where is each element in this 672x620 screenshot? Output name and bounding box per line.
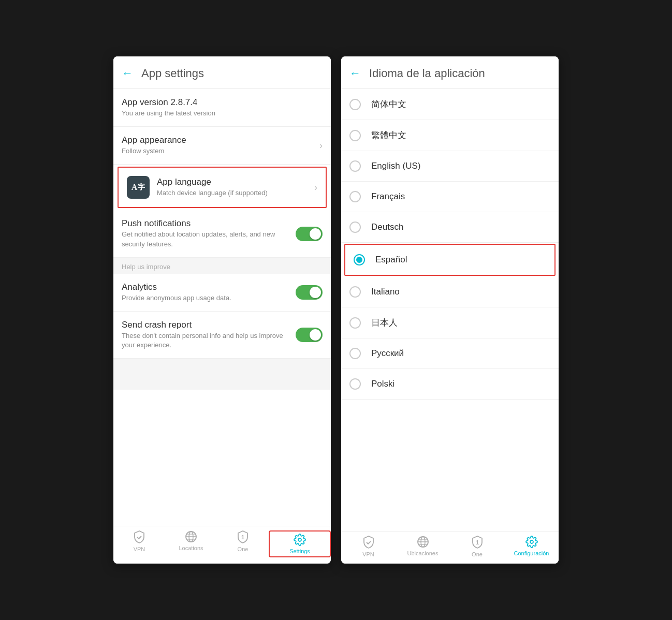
radio-es [354, 254, 365, 265]
radio-zh-simplified [349, 99, 361, 110]
lang-ru[interactable]: Русский [341, 338, 559, 369]
app-appearance-title: App appearance [122, 135, 319, 145]
nav-locations-left[interactable]: Locations [165, 530, 217, 557]
analytics-title: Analytics [122, 282, 296, 292]
left-screen: ← App settings App version 2.8.7.4 You a… [113, 56, 331, 564]
lang-ja[interactable]: 日本人 [341, 307, 559, 338]
push-notifications-item: Push notifications Get notified about lo… [113, 210, 331, 257]
svg-point-13 [530, 540, 533, 543]
app-language-subtitle: Match device language (if supported) [157, 188, 314, 198]
lang-es[interactable]: Español [344, 244, 556, 276]
settings-icon [294, 534, 306, 546]
lang-pl-label: Polski [371, 379, 395, 389]
lang-es-label: Español [375, 255, 407, 265]
nav-one-label-left: One [238, 546, 249, 552]
left-back-button[interactable]: ← [122, 67, 133, 80]
lang-it-label: Italiano [371, 287, 400, 297]
vpn-icon [134, 530, 145, 544]
nav-vpn-right[interactable]: VPN [341, 536, 396, 557]
lang-it[interactable]: Italiano [341, 277, 559, 307]
app-version-subtitle: You are using the latest version [122, 109, 323, 118]
lang-pl[interactable]: Polski [341, 369, 559, 400]
analytics-toggle[interactable] [296, 285, 323, 300]
nav-configuracion-label-right: Configuración [514, 550, 549, 556]
crash-report-item: Send crash report These don't contain pe… [113, 312, 331, 359]
app-appearance-item[interactable]: App appearance Follow system › [113, 127, 331, 165]
right-header: ← Idioma de la aplicación [341, 56, 559, 89]
radio-ja [349, 317, 361, 329]
right-screen: ← Idioma de la aplicación 简体中文 繁體中文 Engl… [341, 56, 559, 564]
lang-zh-simplified[interactable]: 简体中文 [341, 89, 559, 120]
settings-content: App version 2.8.7.4 You are using the la… [113, 89, 331, 526]
radio-fr [349, 191, 361, 202]
lang-ru-label: Русский [371, 348, 404, 359]
radio-en-us [349, 160, 361, 172]
nav-locations-label-left: Locations [179, 545, 203, 551]
settings-icon-right [525, 536, 538, 548]
nav-settings-label-left: Settings [289, 548, 310, 554]
lang-zh-traditional-label: 繁體中文 [371, 129, 406, 141]
left-bottom-nav: VPN Locations 1 One [113, 526, 331, 564]
app-version-item: App version 2.8.7.4 You are using the la… [113, 89, 331, 127]
lang-en-us[interactable]: English (US) [341, 151, 559, 182]
radio-zh-traditional [349, 130, 361, 141]
crash-report-title: Send crash report [122, 320, 296, 330]
app-appearance-chevron-icon: › [319, 140, 323, 151]
lang-fr[interactable]: Français [341, 182, 559, 212]
screens-container: ← App settings App version 2.8.7.4 You a… [93, 36, 579, 584]
push-notifications-subtitle: Get notified about location updates, ale… [122, 230, 296, 248]
lang-ja-label: 日本人 [371, 317, 398, 329]
lang-fr-label: Français [371, 191, 405, 202]
nav-ubicaciones-label-right: Ubicaciones [407, 550, 439, 556]
globe-icon-right [417, 536, 429, 548]
vpn-icon-right [363, 536, 374, 549]
bottom-spacer-left [113, 359, 331, 390]
analytics-item: Analytics Provide anonymous app usage da… [113, 274, 331, 312]
nav-vpn-label-left: VPN [134, 546, 145, 552]
app-appearance-subtitle: Follow system [122, 146, 319, 156]
nav-ubicaciones-right[interactable]: Ubicaciones [396, 536, 450, 557]
lang-list-spacer [341, 400, 559, 410]
app-language-chevron-icon: › [314, 182, 317, 193]
lang-de[interactable]: Deutsch [341, 212, 559, 243]
language-list: 简体中文 繁體中文 English (US) Français Deutsch [341, 89, 559, 531]
svg-text:1: 1 [241, 534, 244, 540]
app-language-title: App language [157, 177, 314, 187]
app-language-icon: A 字 [127, 176, 150, 199]
svg-point-6 [298, 538, 301, 541]
svg-text:1: 1 [475, 539, 478, 545]
lang-en-us-label: English (US) [371, 161, 420, 171]
nav-configuracion-right[interactable]: Configuración [504, 536, 559, 557]
lang-zh-simplified-label: 简体中文 [371, 98, 406, 110]
push-notifications-toggle[interactable] [296, 227, 323, 241]
one-icon: 1 [238, 530, 248, 544]
left-screen-title: App settings [141, 67, 204, 80]
push-notifications-title: Push notifications [122, 218, 296, 229]
one-icon-right: 1 [472, 536, 483, 549]
right-bottom-nav: VPN Ubicaciones 1 One [341, 531, 559, 564]
right-screen-title: Idioma de la aplicación [369, 67, 485, 80]
radio-de [349, 222, 361, 233]
help-section-label: Help us improve [113, 258, 331, 274]
analytics-subtitle: Provide anonymous app usage data. [122, 293, 296, 303]
nav-vpn-left[interactable]: VPN [113, 530, 165, 557]
nav-one-label-right: One [472, 551, 483, 557]
nav-vpn-label-right: VPN [362, 551, 374, 557]
nav-one-right[interactable]: 1 One [450, 536, 504, 557]
radio-ru [349, 348, 361, 359]
nav-settings-left[interactable]: Settings [269, 530, 331, 557]
radio-pl [349, 378, 361, 390]
globe-icon [185, 530, 197, 543]
app-version-title: App version 2.8.7.4 [122, 97, 323, 108]
lang-zh-traditional[interactable]: 繁體中文 [341, 120, 559, 151]
radio-it [349, 286, 361, 298]
left-header: ← App settings [113, 56, 331, 89]
crash-report-toggle[interactable] [296, 328, 323, 342]
crash-report-subtitle: These don't contain personal info and he… [122, 331, 296, 350]
nav-one-left[interactable]: 1 One [217, 530, 269, 557]
app-language-item[interactable]: A 字 App language Match device language (… [118, 167, 327, 208]
right-back-button[interactable]: ← [349, 67, 361, 80]
lang-de-label: Deutsch [371, 222, 403, 232]
